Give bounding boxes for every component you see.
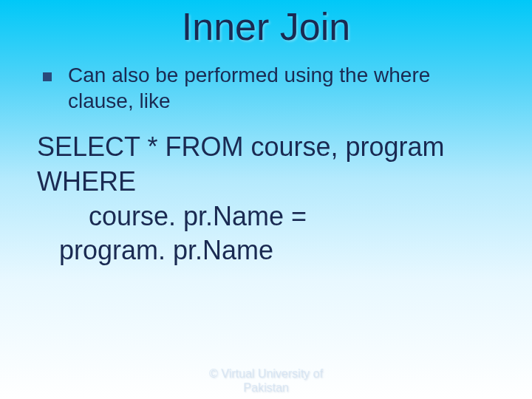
footer-copyright: © Virtual University of Pakistan <box>0 366 532 395</box>
footer-line-1: © Virtual University of <box>0 366 532 381</box>
slide: Inner Join Can also be performed using t… <box>0 0 532 399</box>
footer-line-2: Pakistan <box>0 381 532 395</box>
bullet-text: Can also be performed using the where cl… <box>68 62 480 114</box>
slide-title: Inner Join <box>30 0 502 62</box>
sql-line-condition-left: course. pr.Name = <box>37 200 495 234</box>
square-bullet-icon <box>43 72 52 81</box>
sql-line-select: SELECT * FROM course, program <box>37 130 495 165</box>
bullet-item: Can also be performed using the where cl… <box>30 62 502 114</box>
sql-code-block: SELECT * FROM course, program WHERE cour… <box>30 130 502 268</box>
sql-line-where: WHERE <box>37 165 495 200</box>
sql-line-condition-right: program. pr.Name <box>37 233 495 268</box>
